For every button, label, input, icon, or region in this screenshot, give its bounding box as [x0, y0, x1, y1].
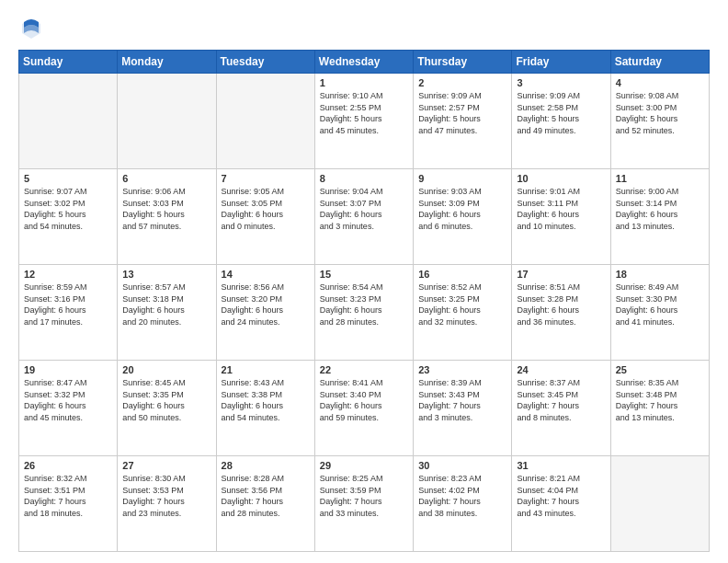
day-info: Sunrise: 8:45 AM Sunset: 3:35 PM Dayligh…: [122, 377, 210, 423]
calendar-cell: 8Sunrise: 9:04 AM Sunset: 3:07 PM Daylig…: [314, 169, 413, 265]
day-number: 6: [122, 173, 210, 184]
calendar-cell: 9Sunrise: 9:03 AM Sunset: 3:09 PM Daylig…: [414, 169, 512, 265]
day-number: 20: [122, 364, 210, 375]
day-info: Sunrise: 9:05 AM Sunset: 3:05 PM Dayligh…: [222, 186, 310, 232]
day-number: 24: [517, 364, 605, 375]
day-number: 7: [222, 173, 310, 184]
calendar-cell: 16Sunrise: 8:52 AM Sunset: 3:25 PM Dayli…: [414, 265, 512, 361]
calendar-cell: 5Sunrise: 9:07 AM Sunset: 3:02 PM Daylig…: [19, 169, 118, 265]
logo-icon: [18, 15, 44, 40]
day-info: Sunrise: 8:49 AM Sunset: 3:30 PM Dayligh…: [616, 282, 704, 327]
day-info: Sunrise: 8:41 AM Sunset: 3:40 PM Dayligh…: [320, 377, 408, 423]
day-number: 9: [418, 173, 506, 184]
day-info: Sunrise: 8:30 AM Sunset: 3:53 PM Dayligh…: [122, 473, 210, 519]
day-info: Sunrise: 9:06 AM Sunset: 3:03 PM Dayligh…: [122, 186, 210, 232]
day-info: Sunrise: 9:04 AM Sunset: 3:07 PM Dayligh…: [320, 186, 408, 232]
day-number: 28: [222, 460, 310, 471]
calendar-cell: [19, 74, 118, 169]
day-info: Sunrise: 8:21 AM Sunset: 4:04 PM Dayligh…: [517, 473, 605, 519]
calendar-header-friday: Friday: [512, 51, 610, 74]
calendar-cell: [610, 456, 709, 552]
header: [18, 15, 710, 40]
day-info: Sunrise: 8:43 AM Sunset: 3:38 PM Dayligh…: [222, 377, 310, 423]
calendar-week-row: 19Sunrise: 8:47 AM Sunset: 3:32 PM Dayli…: [19, 361, 710, 456]
day-number: 5: [24, 173, 112, 184]
day-number: 16: [418, 269, 506, 280]
calendar-cell: 7Sunrise: 9:05 AM Sunset: 3:05 PM Daylig…: [216, 169, 314, 265]
day-info: Sunrise: 8:28 AM Sunset: 3:56 PM Dayligh…: [222, 473, 310, 519]
calendar-header-monday: Monday: [118, 51, 216, 74]
day-info: Sunrise: 8:32 AM Sunset: 3:51 PM Dayligh…: [24, 473, 112, 519]
day-number: 2: [418, 77, 506, 88]
calendar-cell: 10Sunrise: 9:01 AM Sunset: 3:11 PM Dayli…: [512, 169, 610, 265]
day-info: Sunrise: 8:39 AM Sunset: 3:43 PM Dayligh…: [418, 377, 506, 423]
day-number: 29: [320, 460, 408, 471]
day-info: Sunrise: 8:51 AM Sunset: 3:28 PM Dayligh…: [517, 282, 605, 327]
calendar-cell: 4Sunrise: 9:08 AM Sunset: 3:00 PM Daylig…: [610, 74, 709, 169]
calendar-header-sunday: Sunday: [19, 51, 118, 74]
day-info: Sunrise: 8:56 AM Sunset: 3:20 PM Dayligh…: [222, 282, 310, 327]
calendar-week-row: 26Sunrise: 8:32 AM Sunset: 3:51 PM Dayli…: [19, 456, 710, 552]
day-info: Sunrise: 9:07 AM Sunset: 3:02 PM Dayligh…: [24, 186, 112, 232]
day-number: 1: [320, 77, 408, 88]
calendar-cell: 24Sunrise: 8:37 AM Sunset: 3:45 PM Dayli…: [512, 361, 610, 456]
day-info: Sunrise: 8:57 AM Sunset: 3:18 PM Dayligh…: [122, 282, 210, 327]
day-info: Sunrise: 9:08 AM Sunset: 3:00 PM Dayligh…: [616, 90, 704, 136]
day-info: Sunrise: 9:09 AM Sunset: 2:57 PM Dayligh…: [418, 90, 506, 136]
day-info: Sunrise: 8:37 AM Sunset: 3:45 PM Dayligh…: [517, 377, 605, 423]
day-number: 11: [616, 173, 704, 184]
calendar-cell: [216, 74, 314, 169]
day-info: Sunrise: 8:54 AM Sunset: 3:23 PM Dayligh…: [320, 282, 408, 327]
calendar-cell: 20Sunrise: 8:45 AM Sunset: 3:35 PM Dayli…: [118, 361, 216, 456]
calendar-cell: 12Sunrise: 8:59 AM Sunset: 3:16 PM Dayli…: [19, 265, 118, 361]
day-number: 10: [517, 173, 605, 184]
day-number: 21: [222, 364, 310, 375]
day-info: Sunrise: 9:00 AM Sunset: 3:14 PM Dayligh…: [616, 186, 704, 232]
calendar-cell: 2Sunrise: 9:09 AM Sunset: 2:57 PM Daylig…: [414, 74, 512, 169]
day-info: Sunrise: 8:59 AM Sunset: 3:16 PM Dayligh…: [24, 282, 112, 327]
day-info: Sunrise: 9:03 AM Sunset: 3:09 PM Dayligh…: [418, 186, 506, 232]
calendar-cell: 1Sunrise: 9:10 AM Sunset: 2:55 PM Daylig…: [314, 74, 413, 169]
page: SundayMondayTuesdayWednesdayThursdayFrid…: [0, 0, 728, 563]
day-number: 17: [517, 269, 605, 280]
calendar-cell: 25Sunrise: 8:35 AM Sunset: 3:48 PM Dayli…: [610, 361, 709, 456]
calendar-table: SundayMondayTuesdayWednesdayThursdayFrid…: [18, 50, 710, 552]
day-info: Sunrise: 8:25 AM Sunset: 3:59 PM Dayligh…: [320, 473, 408, 519]
day-number: 12: [24, 269, 112, 280]
day-info: Sunrise: 9:10 AM Sunset: 2:55 PM Dayligh…: [320, 90, 408, 136]
day-number: 8: [320, 173, 408, 184]
calendar-cell: 11Sunrise: 9:00 AM Sunset: 3:14 PM Dayli…: [610, 169, 709, 265]
calendar-cell: 13Sunrise: 8:57 AM Sunset: 3:18 PM Dayli…: [118, 265, 216, 361]
calendar-cell: 15Sunrise: 8:54 AM Sunset: 3:23 PM Dayli…: [314, 265, 413, 361]
calendar-week-row: 12Sunrise: 8:59 AM Sunset: 3:16 PM Dayli…: [19, 265, 710, 361]
calendar-header-tuesday: Tuesday: [216, 51, 314, 74]
calendar-week-row: 5Sunrise: 9:07 AM Sunset: 3:02 PM Daylig…: [19, 169, 710, 265]
calendar-cell: 27Sunrise: 8:30 AM Sunset: 3:53 PM Dayli…: [118, 456, 216, 552]
day-number: 31: [517, 460, 605, 471]
day-number: 25: [616, 364, 704, 375]
day-info: Sunrise: 8:35 AM Sunset: 3:48 PM Dayligh…: [616, 377, 704, 423]
day-number: 19: [24, 364, 112, 375]
day-number: 4: [616, 77, 704, 88]
day-number: 27: [122, 460, 210, 471]
calendar-header-thursday: Thursday: [414, 51, 512, 74]
day-number: 15: [320, 269, 408, 280]
day-number: 22: [320, 364, 408, 375]
calendar-header-saturday: Saturday: [610, 51, 709, 74]
day-number: 14: [222, 269, 310, 280]
day-number: 30: [418, 460, 506, 471]
day-info: Sunrise: 8:52 AM Sunset: 3:25 PM Dayligh…: [418, 282, 506, 327]
calendar-header-wednesday: Wednesday: [314, 51, 413, 74]
calendar-cell: 23Sunrise: 8:39 AM Sunset: 3:43 PM Dayli…: [414, 361, 512, 456]
day-info: Sunrise: 8:23 AM Sunset: 4:02 PM Dayligh…: [418, 473, 506, 519]
calendar-cell: 6Sunrise: 9:06 AM Sunset: 3:03 PM Daylig…: [118, 169, 216, 265]
day-number: 23: [418, 364, 506, 375]
calendar-cell: 14Sunrise: 8:56 AM Sunset: 3:20 PM Dayli…: [216, 265, 314, 361]
calendar-cell: 29Sunrise: 8:25 AM Sunset: 3:59 PM Dayli…: [314, 456, 413, 552]
calendar-cell: 18Sunrise: 8:49 AM Sunset: 3:30 PM Dayli…: [610, 265, 709, 361]
calendar-cell: 17Sunrise: 8:51 AM Sunset: 3:28 PM Dayli…: [512, 265, 610, 361]
calendar-cell: 31Sunrise: 8:21 AM Sunset: 4:04 PM Dayli…: [512, 456, 610, 552]
calendar-week-row: 1Sunrise: 9:10 AM Sunset: 2:55 PM Daylig…: [19, 74, 710, 169]
calendar-cell: 21Sunrise: 8:43 AM Sunset: 3:38 PM Dayli…: [216, 361, 314, 456]
calendar-cell: 19Sunrise: 8:47 AM Sunset: 3:32 PM Dayli…: [19, 361, 118, 456]
